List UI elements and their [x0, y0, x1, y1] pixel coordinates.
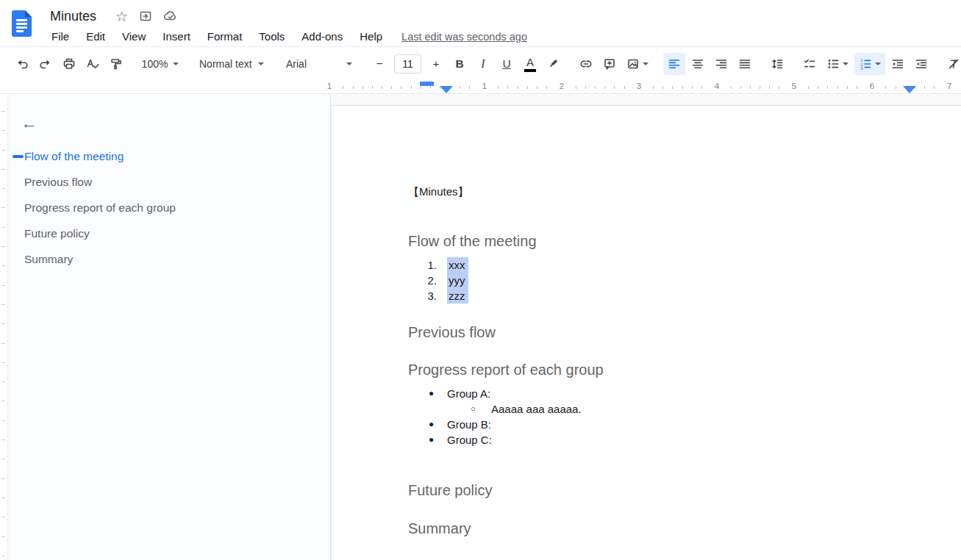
- document-page[interactable]: 【Minutes】 Flow of the meeting 1. xxx 2. …: [331, 105, 961, 560]
- redo-button[interactable]: [35, 53, 57, 75]
- insert-image-button[interactable]: [622, 53, 653, 75]
- close-outline-button[interactable]: ←: [21, 114, 41, 133]
- selected-text[interactable]: xxx: [447, 257, 468, 273]
- doc-heading-flow[interactable]: Flow of the meeting: [408, 232, 949, 251]
- menu-view[interactable]: View: [121, 29, 147, 43]
- google-docs-logo-icon[interactable]: [12, 10, 32, 37]
- chevron-down-icon: [258, 62, 264, 65]
- menu-format[interactable]: Format: [206, 29, 244, 43]
- chevron-down-icon: [173, 62, 179, 65]
- sub-bullet-icon: ○: [471, 401, 479, 417]
- highlight-color-button[interactable]: [543, 53, 565, 75]
- bulleted-list-button[interactable]: [822, 53, 853, 75]
- chevron-down-icon: [843, 62, 849, 65]
- spellcheck-button[interactable]: [82, 53, 104, 75]
- menu-file[interactable]: File: [50, 29, 71, 43]
- line-spacing-button[interactable]: [766, 53, 788, 75]
- align-center-button[interactable]: [687, 53, 709, 75]
- doc-heading-future[interactable]: Future policy: [408, 481, 949, 500]
- bold-button[interactable]: B: [449, 53, 471, 75]
- menu-edit[interactable]: Edit: [85, 29, 107, 43]
- right-indent-marker[interactable]: [903, 86, 916, 93]
- list-item[interactable]: 2. yyy: [408, 273, 949, 288]
- bulleted-list: ● Group A: ○ Aaaaa aaa aaaaa. ● Group B:…: [408, 386, 949, 448]
- doc-heading-previous[interactable]: Previous flow: [408, 323, 949, 342]
- list-item[interactable]: ● Group B:: [408, 417, 949, 432]
- chevron-down-icon: [875, 62, 881, 65]
- app-header: Minutes ☆ File Edit View Insert Format T…: [0, 0, 961, 46]
- list-item[interactable]: ○ Aaaaa aaa aaaaa.: [408, 401, 949, 417]
- print-button[interactable]: [58, 53, 80, 75]
- undo-button[interactable]: [11, 53, 33, 75]
- outline-item-progress-report[interactable]: Progress report of each group: [24, 195, 330, 220]
- menu-insert[interactable]: Insert: [161, 29, 192, 43]
- chevron-down-icon: [346, 62, 352, 65]
- checklist-button[interactable]: [799, 53, 821, 75]
- menu-tools[interactable]: Tools: [257, 29, 286, 43]
- last-edit-link[interactable]: Last edit was seconds ago: [401, 31, 527, 43]
- numbered-list-button[interactable]: 1 2 3: [854, 53, 885, 75]
- menu-bar: File Edit View Insert Format Tools Add-o…: [50, 29, 527, 43]
- bullet-icon: ●: [429, 432, 437, 448]
- selected-text[interactable]: yyy: [447, 273, 468, 288]
- outline-item-summary[interactable]: Summary: [24, 246, 330, 272]
- toolbar: 100% Normal text Arial − + B I U A: [0, 46, 961, 80]
- decrease-font-size-button[interactable]: −: [368, 53, 390, 75]
- menu-help[interactable]: Help: [358, 29, 384, 43]
- increase-font-size-button[interactable]: +: [425, 53, 447, 75]
- move-to-folder-icon[interactable]: [139, 10, 152, 23]
- doc-heading-summary[interactable]: Summary: [408, 520, 949, 538]
- menu-addons[interactable]: Add-ons: [300, 29, 344, 43]
- star-icon[interactable]: ☆: [115, 10, 128, 24]
- doc-paragraph-title[interactable]: 【Minutes】: [408, 184, 949, 199]
- font-size-input[interactable]: [394, 54, 421, 73]
- selected-text[interactable]: zzz: [447, 288, 468, 304]
- insert-link-button[interactable]: [575, 53, 597, 75]
- numbered-list: 1. xxx 2. yyy 3. zzz: [408, 257, 949, 304]
- clear-formatting-button[interactable]: [943, 53, 961, 75]
- cloud-status-icon[interactable]: [163, 10, 178, 23]
- doc-heading-progress[interactable]: Progress report of each group: [408, 361, 949, 379]
- document-canvas: 【Minutes】 Flow of the meeting 1. xxx 2. …: [331, 95, 961, 560]
- list-item[interactable]: ● Group C:: [408, 432, 949, 448]
- decrease-indent-button[interactable]: [887, 53, 909, 75]
- list-item[interactable]: 1. xxx: [408, 257, 949, 273]
- first-line-indent-marker[interactable]: [420, 82, 434, 86]
- italic-button[interactable]: I: [472, 53, 494, 75]
- bullet-icon: ●: [429, 417, 437, 432]
- increase-indent-button[interactable]: [910, 53, 932, 75]
- add-comment-button[interactable]: [599, 53, 621, 75]
- svg-text:3: 3: [860, 65, 863, 70]
- zoom-select[interactable]: 100%: [137, 53, 183, 75]
- text-color-button[interactable]: A: [519, 53, 541, 75]
- content-area: ← Flow of the meeting Previous flow Prog…: [0, 95, 961, 560]
- font-family-select[interactable]: Arial: [280, 53, 358, 75]
- bullet-icon: ●: [429, 386, 437, 401]
- chevron-down-icon: [643, 62, 649, 65]
- outline-sidebar: ← Flow of the meeting Previous flow Prog…: [9, 95, 331, 560]
- list-item[interactable]: 3. zzz: [408, 288, 949, 304]
- back-arrow-icon: ←: [21, 113, 37, 132]
- left-indent-marker[interactable]: [440, 86, 453, 93]
- document-title[interactable]: Minutes: [50, 9, 96, 24]
- vertical-ruler: [0, 95, 8, 560]
- underline-button[interactable]: U: [496, 53, 518, 75]
- paint-format-button[interactable]: [105, 53, 127, 75]
- list-item[interactable]: ● Group A:: [408, 386, 949, 401]
- align-right-button[interactable]: [710, 53, 732, 75]
- align-left-button[interactable]: [663, 53, 685, 75]
- outline-item-flow-of-the-meeting[interactable]: Flow of the meeting: [24, 143, 330, 169]
- paragraph-style-select[interactable]: Normal text: [193, 53, 270, 75]
- justify-button[interactable]: [734, 53, 756, 75]
- outline-item-future-policy[interactable]: Future policy: [24, 220, 330, 246]
- horizontal-ruler[interactable]: 1 1 2 3 4 5 6 7: [0, 80, 961, 94]
- outline-item-previous-flow[interactable]: Previous flow: [24, 169, 330, 195]
